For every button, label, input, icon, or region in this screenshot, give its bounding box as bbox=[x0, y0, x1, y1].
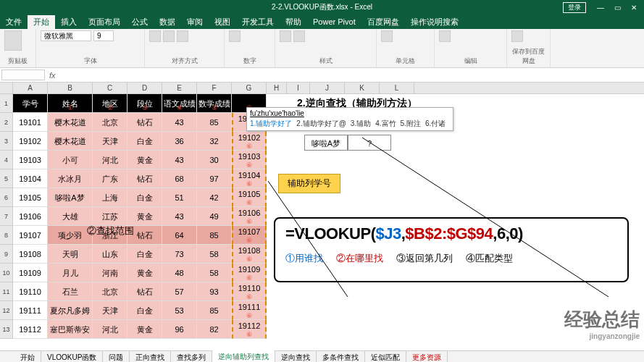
formula-input[interactable] bbox=[60, 70, 644, 80]
cell[interactable]: 58 bbox=[197, 264, 232, 282]
sheet-tab[interactable]: 近似匹配 bbox=[365, 351, 406, 363]
sheet-tab[interactable]: 逆向查找 bbox=[275, 351, 317, 363]
row-header[interactable]: 4 bbox=[0, 151, 13, 169]
cell[interactable]: 51 bbox=[162, 188, 197, 207]
cell[interactable]: 53 bbox=[162, 301, 197, 320]
row-header[interactable]: 10 bbox=[0, 264, 13, 282]
row-header[interactable]: 9 bbox=[0, 245, 13, 264]
font-name-select[interactable] bbox=[41, 30, 91, 41]
cell[interactable]: 19110 bbox=[13, 282, 48, 301]
menu-item[interactable]: 插入 bbox=[55, 15, 83, 29]
header-cell[interactable]: 姓名① bbox=[48, 94, 93, 113]
name-box[interactable] bbox=[1, 70, 45, 80]
cell[interactable]: 哆啦A梦 bbox=[48, 188, 93, 207]
cell[interactable]: 49 bbox=[197, 207, 232, 226]
baidu-icon[interactable] bbox=[511, 30, 523, 42]
cell[interactable]: 85 bbox=[197, 226, 232, 245]
row-header[interactable]: 12 bbox=[0, 301, 13, 320]
cell[interactable]: 85 bbox=[197, 301, 232, 320]
font-size-select[interactable] bbox=[93, 30, 114, 41]
fx-icon[interactable]: fx bbox=[45, 71, 60, 80]
cell[interactable]: 天明 bbox=[48, 245, 93, 264]
menu-item[interactable]: 页面布局 bbox=[83, 15, 126, 29]
align-icon[interactable] bbox=[163, 30, 175, 42]
cell[interactable]: 白金 bbox=[127, 245, 162, 264]
header-cell[interactable]: 学号 bbox=[13, 94, 48, 113]
cell[interactable]: 钻石 bbox=[127, 113, 162, 132]
cell[interactable]: 19102 bbox=[13, 132, 48, 151]
cell[interactable]: 黄金 bbox=[127, 207, 162, 226]
sheet-tab[interactable]: 问题 bbox=[103, 351, 130, 363]
menu-item[interactable]: 操作说明搜索 bbox=[405, 15, 464, 29]
col-header[interactable]: B bbox=[48, 83, 93, 93]
menu-item[interactable]: 数据 bbox=[154, 15, 181, 29]
cell-icon[interactable] bbox=[381, 30, 393, 42]
col-header[interactable]: H bbox=[267, 83, 287, 93]
row-header[interactable]: 5 bbox=[0, 169, 13, 188]
cell[interactable]: 广东 bbox=[93, 169, 127, 188]
cell[interactable]: 黄金 bbox=[127, 264, 162, 282]
header-cell[interactable]: 地区② bbox=[93, 94, 127, 113]
restore-button[interactable]: ▭ bbox=[610, 2, 625, 13]
edit-icon[interactable] bbox=[439, 30, 451, 42]
sheet-tab[interactable]: 正向查找 bbox=[130, 351, 171, 363]
menu-item[interactable]: Power Pivot bbox=[307, 16, 361, 28]
style-icon[interactable] bbox=[293, 30, 305, 42]
cell[interactable]: 北京 bbox=[93, 113, 127, 132]
cell[interactable]: 19101 bbox=[13, 113, 48, 132]
select-all-button[interactable] bbox=[0, 83, 13, 93]
close-button[interactable]: ✕ bbox=[627, 2, 641, 13]
col-header[interactable]: L bbox=[380, 83, 414, 93]
cell[interactable]: 42 bbox=[197, 188, 232, 207]
paste-icon[interactable] bbox=[4, 30, 22, 51]
cell[interactable]: 19111 bbox=[13, 301, 48, 320]
col-header[interactable]: A bbox=[13, 83, 48, 93]
cell[interactable]: 夏尔凡多姆海恩 bbox=[48, 301, 93, 320]
cell[interactable]: 北京 bbox=[93, 282, 127, 301]
cell[interactable]: 73 bbox=[162, 245, 197, 264]
sheet-tab[interactable]: 查找多列 bbox=[171, 351, 212, 363]
cell[interactable]: 石兰 bbox=[48, 282, 93, 301]
header-cell[interactable]: 数学成绩⑤ bbox=[197, 94, 232, 113]
cell[interactable]: 江苏 bbox=[93, 207, 127, 226]
login-button[interactable]: 登录 bbox=[563, 2, 586, 13]
cell[interactable]: 19107 bbox=[13, 226, 48, 245]
helper-cell[interactable]: 19112⑥ bbox=[232, 320, 267, 339]
align-icon[interactable] bbox=[149, 30, 161, 42]
cell[interactable]: 白金 bbox=[127, 301, 162, 320]
cell[interactable]: 82 bbox=[197, 320, 232, 339]
menu-item[interactable]: 文件 bbox=[0, 15, 28, 29]
cell[interactable]: 97 bbox=[197, 169, 232, 188]
header-cell[interactable]: 段位③ bbox=[127, 94, 162, 113]
menu-item[interactable]: 视图 bbox=[209, 15, 236, 29]
cell[interactable]: 大雄 bbox=[48, 207, 93, 226]
cell[interactable]: 68 bbox=[162, 169, 197, 188]
col-header[interactable]: E bbox=[162, 83, 197, 93]
cell[interactable]: 19104 bbox=[13, 169, 48, 188]
cell[interactable]: 樱木花道 bbox=[48, 113, 93, 132]
cell[interactable]: 58 bbox=[197, 245, 232, 264]
cell[interactable]: 白金 bbox=[127, 132, 162, 151]
cell[interactable]: 30 bbox=[197, 151, 232, 169]
cell[interactable]: 19109 bbox=[13, 264, 48, 282]
col-header[interactable]: I bbox=[287, 83, 310, 93]
cell[interactable]: 黄金 bbox=[127, 320, 162, 339]
menu-item[interactable]: 审阅 bbox=[181, 15, 209, 29]
cell[interactable]: 河北 bbox=[93, 151, 127, 169]
cell[interactable]: 96 bbox=[162, 320, 197, 339]
row-header[interactable]: 3 bbox=[0, 132, 13, 151]
col-header[interactable]: C bbox=[93, 83, 127, 93]
cell[interactable]: 36 bbox=[162, 132, 197, 151]
sheet-tab[interactable]: 更多资源 bbox=[406, 351, 448, 363]
cell[interactable]: 64 bbox=[162, 226, 197, 245]
cell[interactable]: 塞巴斯蒂安 bbox=[48, 320, 93, 339]
cell[interactable]: 57 bbox=[162, 282, 197, 301]
cell[interactable]: 93 bbox=[197, 282, 232, 301]
col-header[interactable]: G bbox=[232, 83, 267, 93]
row-header[interactable]: 8 bbox=[0, 226, 13, 245]
row-header[interactable]: 13 bbox=[0, 320, 13, 339]
cell[interactable]: 项少羽 bbox=[48, 226, 93, 245]
cell[interactable]: 19105 bbox=[13, 188, 48, 207]
sheet-tab[interactable]: 开始 bbox=[14, 351, 41, 363]
cell[interactable]: 山东 bbox=[93, 245, 127, 264]
